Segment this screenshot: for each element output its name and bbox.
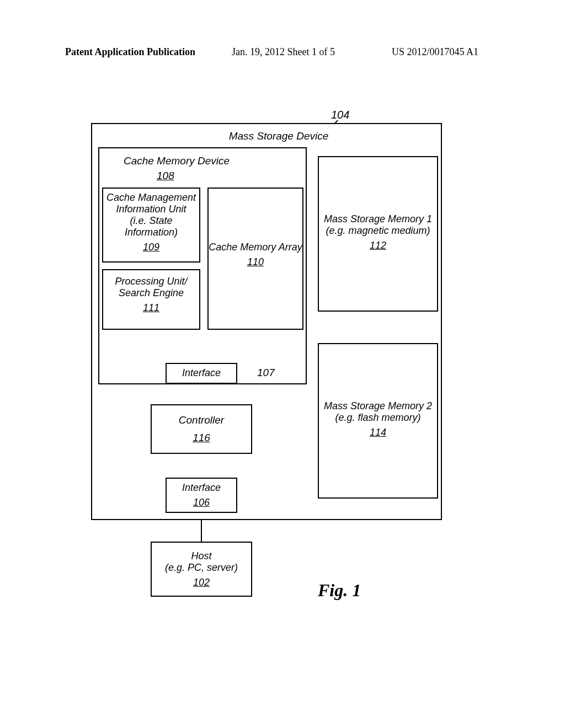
host-ref: 102 [152,577,251,588]
controller-label: Controller [152,414,251,426]
cache-memory-device-ref: 108 [157,170,174,182]
mass-storage-memory-1-box: Mass Storage Memory 1 (e.g. magnetic med… [318,156,438,312]
callout-104: 104 [331,109,349,121]
controller-box: Controller 116 [151,404,252,454]
header-left: Patent Application Publication [65,46,195,58]
proc-line2: Search Engine [103,287,199,299]
msm1-ref: 112 [319,240,437,251]
interface-106-box: Interface 106 [166,478,237,513]
callout-107: 107 [257,367,275,379]
header-mid: Jan. 19, 2012 Sheet 1 of 5 [232,46,335,58]
cache-array-ref: 110 [209,256,302,268]
cmiu-line3: (i.e. State Information) [103,215,199,238]
cache-array-line1: Cache Memory Array [209,242,302,253]
controller-ref: 116 [152,432,251,444]
processing-unit-box: Processing Unit/ Search Engine 111 [102,269,200,330]
cache-management-info-unit-box: Cache Management Information Unit (i.e. … [102,188,200,263]
mass-storage-device-title: Mass Storage Device [215,130,342,142]
mass-storage-memory-2-box: Mass Storage Memory 2 (e.g. flash memory… [318,343,438,499]
msm1-line1: Mass Storage Memory 1 [319,213,437,225]
host-line2: (e.g. PC, server) [152,562,251,574]
msm2-line2: (e.g. flash memory) [319,412,437,424]
header-right: US 2012/0017045 A1 [392,46,478,58]
host-box: Host (e.g. PC, server) 102 [151,542,252,597]
msm2-line1: Mass Storage Memory 2 [319,400,437,412]
interface-106-ref: 106 [167,497,236,508]
cache-memory-array-box: Cache Memory Array 110 [207,188,303,330]
cmiu-ref: 109 [103,242,199,253]
page: Patent Application Publication Jan. 19, … [0,0,565,728]
proc-ref: 111 [103,302,199,314]
proc-line1: Processing Unit/ [103,276,199,287]
interface-107-label: Interface [167,367,236,379]
cmiu-line1: Cache Management [103,192,199,204]
msm2-ref: 114 [319,427,437,438]
interface-107-box: Interface [166,363,237,384]
interface-106-label: Interface [167,482,236,494]
host-line1: Host [152,550,251,562]
msm1-line2: (e.g. magnetic medium) [319,225,437,237]
cache-memory-device-title: Cache Memory Device [116,155,237,167]
figure-label: Fig. 1 [318,580,361,601]
cmiu-line2: Information Unit [103,204,199,215]
